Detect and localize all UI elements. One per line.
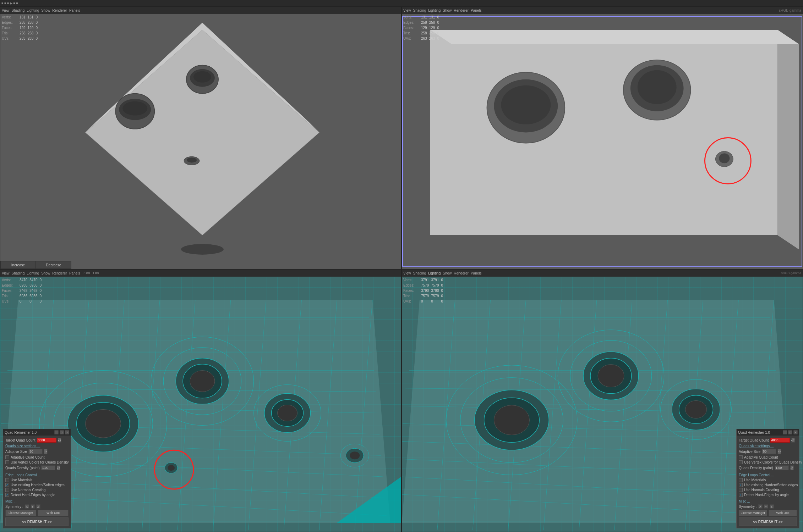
vp-panels-menu-tr[interactable]: Panels xyxy=(471,9,482,12)
detect-hard-edges-checkbox-r[interactable] xyxy=(739,493,743,497)
sym-z-box[interactable]: Z xyxy=(36,504,40,509)
svg-line-83 xyxy=(579,300,597,530)
remesh-it-button[interactable]: << REMESH IT >> xyxy=(5,517,69,526)
svg-point-16 xyxy=(494,79,558,133)
vp-panels-menu[interactable]: Panels xyxy=(69,9,80,12)
quads-size-settings-link[interactable]: Quads size settings ... xyxy=(5,444,69,448)
quads-size-settings-link-r[interactable]: Quads size settings ... xyxy=(739,444,797,448)
misc-link-r[interactable]: Misc ... xyxy=(739,499,797,503)
edge-loops-control-link[interactable]: Edge Loops Control ... xyxy=(5,473,69,477)
web-doc-button-r[interactable]: Web Doc xyxy=(769,510,797,516)
qr-minimize-right[interactable]: _ xyxy=(783,430,787,434)
increase-button[interactable]: Increase xyxy=(0,261,36,269)
use-materials-label: Use Materials xyxy=(11,478,32,482)
adaptive-size-input[interactable] xyxy=(28,449,43,454)
qr-close-left[interactable]: × xyxy=(65,430,69,434)
vp-shading-menu-tr[interactable]: Shading xyxy=(413,9,426,12)
target-quad-count-spinner-r[interactable]: ▲▼ xyxy=(791,438,795,443)
svg-point-7 xyxy=(190,69,215,87)
vp-renderer-menu-tr[interactable]: Renderer xyxy=(454,9,469,12)
quads-density-label: Quads Density (paint) xyxy=(5,466,40,470)
sym-x-box[interactable]: X xyxy=(25,504,29,509)
sym-z-box-r[interactable]: Z xyxy=(770,504,774,509)
detect-hard-edges-checkbox[interactable] xyxy=(5,493,9,497)
target-quad-count-input[interactable] xyxy=(37,438,56,443)
adaptive-quad-count-checkbox-r[interactable] xyxy=(739,455,743,459)
vp-show-menu[interactable]: Show xyxy=(41,9,50,12)
vp-lighting-menu[interactable]: Lighting xyxy=(27,9,39,12)
license-manager-button-r[interactable]: License Manager xyxy=(739,510,767,516)
vp-view-menu-tr[interactable]: View xyxy=(403,9,411,12)
vp-view-menu-bl[interactable]: View xyxy=(2,271,10,275)
adaptive-size-spinner-r[interactable]: ▲▼ xyxy=(777,449,781,454)
vp-renderer-menu-bl[interactable]: Renderer xyxy=(52,271,67,275)
vp-panels-menu-br[interactable]: Panels xyxy=(471,271,482,275)
svg-point-52 xyxy=(163,348,241,415)
edge-loops-control-link-r[interactable]: Edge Loops Control ... xyxy=(739,473,797,477)
use-vertex-colors-checkbox[interactable] xyxy=(5,460,9,464)
vp-lighting-menu-bl[interactable]: Lighting xyxy=(27,271,39,275)
use-materials-checkbox-r[interactable] xyxy=(739,478,743,482)
adaptive-size-spinner[interactable]: ▲▼ xyxy=(44,449,48,454)
license-manager-button[interactable]: License Manager xyxy=(5,510,36,516)
use-vertex-colors-checkbox-r[interactable] xyxy=(739,460,743,464)
quads-density-spinner[interactable]: ▲▼ xyxy=(57,465,60,470)
svg-marker-12 xyxy=(430,30,777,235)
sym-y-box-r[interactable]: Y xyxy=(764,504,768,509)
qr-maximize-left[interactable]: □ xyxy=(60,430,64,434)
sym-y-box[interactable]: Y xyxy=(31,504,35,509)
viewport-top-right[interactable]: View Shading Lighting Show Renderer Pane… xyxy=(402,6,803,269)
svg-point-61 xyxy=(272,400,304,427)
adaptive-quad-count-label: Adaptive Quad Count xyxy=(11,455,45,459)
svg-point-96 xyxy=(558,330,664,422)
qr-close-right[interactable]: × xyxy=(793,430,798,434)
qr-titlebar-right: Quad Remesher 1.0 _ □ × xyxy=(737,429,799,436)
vp-lighting-menu-tr[interactable]: Lighting xyxy=(428,9,441,12)
qr-maximize-right[interactable]: □ xyxy=(788,430,792,434)
qr-minimize-left[interactable]: _ xyxy=(54,430,59,434)
quads-density-input[interactable] xyxy=(41,465,55,470)
vp-shading-menu-br[interactable]: Shading xyxy=(413,271,426,275)
vp-view-menu[interactable]: View xyxy=(2,9,10,12)
vp-show-menu-bl[interactable]: Show xyxy=(41,271,50,275)
web-doc-button[interactable]: Web Doc xyxy=(38,510,69,516)
vp-view-menu-br[interactable]: View xyxy=(403,271,411,275)
svg-line-84 xyxy=(614,300,632,530)
target-quad-count-input-r[interactable] xyxy=(770,438,790,443)
vp-renderer-menu[interactable]: Renderer xyxy=(52,9,67,12)
vp-lighting-menu-br[interactable]: Lighting xyxy=(428,271,441,275)
symmetry-label-r: Symmetry : xyxy=(739,505,757,509)
vp-shading-menu[interactable]: Shading xyxy=(12,9,25,12)
vp-show-menu-br[interactable]: Show xyxy=(443,271,452,275)
quads-density-input-r[interactable] xyxy=(775,465,789,470)
symmetry-row: Symmetry : X Y Z xyxy=(5,504,69,509)
target-quad-count-label-r: Target Quad Count xyxy=(739,438,769,442)
svg-point-20 xyxy=(638,70,677,104)
top-right-3d-object xyxy=(402,7,803,269)
target-quad-count-label: Target Quad Count xyxy=(5,438,35,442)
use-normals-checkbox-r[interactable] xyxy=(739,488,743,492)
misc-link[interactable]: Misc ... xyxy=(5,499,69,503)
vp-renderer-menu-br[interactable]: Renderer xyxy=(454,271,469,275)
adaptive-quad-count-checkbox[interactable] xyxy=(5,455,9,459)
vp-panels-menu-bl[interactable]: Panels xyxy=(69,271,80,275)
adaptive-size-row: Adaptive Size ▲▼ xyxy=(5,449,69,454)
decrease-button[interactable]: Decrease xyxy=(36,261,71,269)
target-quad-count-spinner[interactable]: ▲▼ xyxy=(58,438,61,443)
svg-line-40 xyxy=(177,300,195,530)
use-harden-checkbox-r[interactable] xyxy=(739,483,743,487)
viewport-top-left[interactable]: View Shading Lighting Show Renderer Pane… xyxy=(0,6,402,269)
use-harden-checkbox[interactable] xyxy=(5,483,9,487)
adaptive-size-input-r[interactable] xyxy=(762,449,776,454)
svg-line-82 xyxy=(543,300,561,530)
divider-1-r xyxy=(739,472,797,472)
sym-x-box-r[interactable]: X xyxy=(758,504,763,509)
quads-density-spinner-r[interactable]: ▲▼ xyxy=(790,465,794,470)
detect-hard-edges-row: Detect Hard-Edges by angle xyxy=(5,493,69,497)
vp-shading-menu-bl[interactable]: Shading xyxy=(12,271,25,275)
use-materials-checkbox[interactable] xyxy=(5,478,9,482)
remesh-it-button-r[interactable]: << REMESH IT >> xyxy=(739,517,797,526)
vp-show-menu-tr[interactable]: Show xyxy=(443,9,452,12)
use-vertex-colors-label: Use Vertex Colors for Quads Density xyxy=(11,460,69,464)
use-normals-checkbox[interactable] xyxy=(5,488,9,492)
